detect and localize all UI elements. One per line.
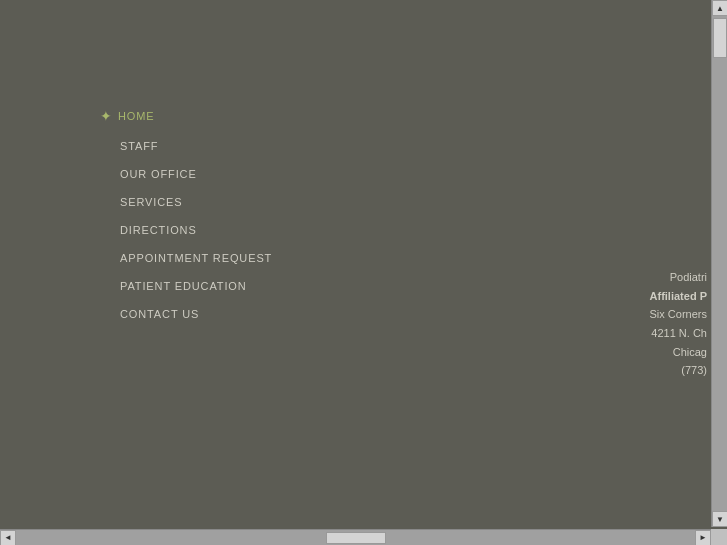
- scroll-right-button[interactable]: ►: [695, 530, 711, 546]
- contact-line-5: Chicag: [650, 343, 707, 362]
- contact-line-2: Affiliated P: [650, 287, 707, 306]
- contact-panel: Podiatri Affiliated P Six Corners 4211 N…: [650, 268, 707, 380]
- contact-line-4: 4211 N. Ch: [650, 324, 707, 343]
- scrollbar-htrack[interactable]: [16, 530, 695, 545]
- nav-container: ✦ HOME STAFF OUR OFFICE SERVICES DIRECTI…: [100, 100, 272, 328]
- scrollbar-hthumb[interactable]: [326, 532, 386, 544]
- contact-line-1: Podiatri: [650, 268, 707, 287]
- horizontal-scrollbar[interactable]: ◄ ►: [0, 529, 711, 545]
- scrollbar-corner: [711, 529, 727, 545]
- sidebar-item-patient-education[interactable]: PATIENT EDUCATION: [100, 272, 272, 300]
- vertical-scrollbar[interactable]: ▲ ▼: [711, 0, 727, 527]
- scroll-down-button[interactable]: ▼: [712, 511, 727, 527]
- sidebar-item-appointment-request[interactable]: APPOINTMENT REQUEST: [100, 244, 272, 272]
- sidebar-item-our-office[interactable]: OUR OFFICE: [100, 160, 272, 188]
- sidebar-item-directions[interactable]: DIRECTIONS: [100, 216, 272, 244]
- nav-label-home: HOME: [118, 110, 155, 122]
- home-icon: ✦: [100, 108, 112, 124]
- sidebar-item-services[interactable]: SERVICES: [100, 188, 272, 216]
- nav-label-appointment-request: APPOINTMENT REQUEST: [120, 252, 272, 264]
- nav-label-our-office: OUR OFFICE: [120, 168, 197, 180]
- nav-label-patient-education: PATIENT EDUCATION: [120, 280, 247, 292]
- scrollbar-track[interactable]: [712, 16, 727, 511]
- sidebar-item-staff[interactable]: STAFF: [100, 132, 272, 160]
- sidebar-item-home[interactable]: ✦ HOME: [100, 100, 272, 132]
- scroll-up-button[interactable]: ▲: [712, 0, 727, 16]
- nav-label-services: SERVICES: [120, 196, 182, 208]
- nav-label-staff: STAFF: [120, 140, 158, 152]
- scrollbar-thumb[interactable]: [713, 18, 727, 58]
- sidebar-item-contact-us[interactable]: CONTACT US: [100, 300, 272, 328]
- scroll-left-button[interactable]: ◄: [0, 530, 16, 546]
- nav-label-directions: DIRECTIONS: [120, 224, 197, 236]
- nav-label-contact-us: CONTACT US: [120, 308, 199, 320]
- contact-line-3: Six Corners: [650, 305, 707, 324]
- contact-line-6: (773): [650, 361, 707, 380]
- page-wrapper: ✦ HOME STAFF OUR OFFICE SERVICES DIRECTI…: [0, 0, 727, 545]
